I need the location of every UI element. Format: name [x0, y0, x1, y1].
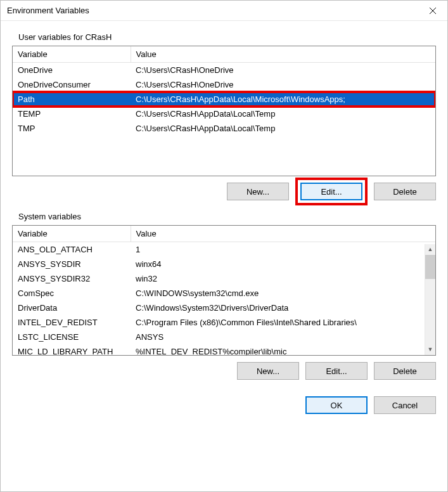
user-variables-panel: User variables for CRasH Variable Value …	[12, 32, 436, 200]
cell-value: C:\WINDOWS\system32\cmd.exe	[131, 286, 435, 301]
window-title: Environment Variables	[7, 6, 418, 15]
column-variable[interactable]: Variable	[13, 226, 131, 242]
scroll-down-arrow-icon[interactable]: ▼	[425, 344, 435, 355]
cell-value: C:\Users\CRasH\OneDrive	[131, 63, 435, 78]
cell-variable: Path	[13, 92, 131, 107]
table-row[interactable]: ANSYS_SYSDIR32 win32	[13, 271, 435, 286]
cell-variable: OneDriveConsumer	[13, 77, 131, 92]
cell-value: C:\Users\CRasH\AppData\Local\Temp	[131, 107, 435, 121]
cell-value: C:\Program Files (x86)\Common Files\Inte…	[131, 315, 435, 330]
delete-button[interactable]: Delete	[374, 183, 436, 200]
table-header-row: Variable Value	[13, 226, 435, 242]
cell-value: win32	[131, 271, 435, 286]
new-button[interactable]: New...	[227, 183, 289, 200]
table-row[interactable]: MIC_LD_LIBRARY_PATH %INTEL_DEV_REDIST%co…	[13, 344, 435, 356]
cell-value: %INTEL_DEV_REDIST%compiler\lib\mic	[131, 344, 435, 356]
table-row[interactable]: DriverData C:\Windows\System32\Drivers\D…	[13, 301, 435, 315]
system-variables-table[interactable]: Variable Value ANS_OLD_ATTACH 1 ANSYS_SY…	[13, 226, 435, 356]
cell-variable: ANSYS_SYSDIR32	[13, 271, 131, 286]
dialog-buttons-row: OK Cancel	[12, 396, 436, 414]
user-buttons-row: New... Edit... Delete	[12, 183, 436, 200]
scroll-thumb[interactable]	[425, 255, 435, 279]
scroll-up-arrow-icon[interactable]: ▲	[425, 244, 435, 255]
user-variables-table[interactable]: Variable Value OneDrive C:\Users\CRasH\O…	[13, 46, 435, 136]
ok-button[interactable]: OK	[305, 396, 368, 414]
cell-variable: OneDrive	[13, 63, 131, 78]
table-row[interactable]: ComSpec C:\WINDOWS\system32\cmd.exe	[13, 286, 435, 301]
cell-value: C:\Users\CRasH\AppData\Local\Microsoft\W…	[131, 92, 435, 107]
table-row[interactable]: LSTC_LICENSE ANSYS	[13, 330, 435, 344]
table-row[interactable]: INTEL_DEV_REDIST C:\Program Files (x86)\…	[13, 315, 435, 330]
cell-variable: ANSYS_SYSDIR	[13, 257, 131, 271]
system-variables-panel: System variables Variable Value ANS_OLD_…	[12, 212, 436, 380]
dialog-content: User variables for CRasH Variable Value …	[1, 21, 447, 423]
edit-button[interactable]: Edit...	[300, 183, 362, 200]
column-value[interactable]: Value	[131, 226, 435, 242]
cell-variable: INTEL_DEV_REDIST	[13, 315, 131, 330]
sys-new-button[interactable]: New...	[237, 362, 299, 380]
edit-button-highlight: Edit...	[295, 178, 368, 205]
column-value[interactable]: Value	[131, 46, 435, 63]
table-row[interactable]: TMP C:\Users\CRasH\AppData\Local\Temp	[13, 121, 435, 136]
cell-variable: TMP	[13, 121, 131, 136]
system-variables-table-wrap: Variable Value ANS_OLD_ATTACH 1 ANSYS_SY…	[12, 225, 436, 356]
cell-value: ANSYS	[131, 330, 435, 344]
cell-value: 1	[131, 242, 435, 257]
cell-variable: DriverData	[13, 301, 131, 315]
cell-value: C:\Users\CRasH\AppData\Local\Temp	[131, 121, 435, 136]
user-variables-table-wrap: Variable Value OneDrive C:\Users\CRasH\O…	[12, 46, 436, 176]
close-icon	[429, 7, 437, 15]
sys-delete-button[interactable]: Delete	[374, 362, 436, 380]
cancel-button[interactable]: Cancel	[374, 396, 436, 414]
table-row[interactable]: TEMP C:\Users\CRasH\AppData\Local\Temp	[13, 107, 435, 121]
system-variables-label: System variables	[12, 212, 436, 221]
table-row[interactable]: OneDrive C:\Users\CRasH\OneDrive	[13, 63, 435, 78]
scrollbar[interactable]: ▲ ▼	[425, 244, 435, 355]
close-button[interactable]	[418, 1, 447, 21]
user-variables-label: User variables for CRasH	[12, 32, 436, 42]
table-header-row: Variable Value	[13, 46, 435, 63]
cell-value: C:\Windows\System32\Drivers\DriverData	[131, 301, 435, 315]
scroll-track[interactable]	[425, 255, 435, 344]
cell-variable: ComSpec	[13, 286, 131, 301]
table-row[interactable]: ANS_OLD_ATTACH 1	[13, 242, 435, 257]
table-row-selected[interactable]: Path C:\Users\CRasH\AppData\Local\Micros…	[13, 92, 435, 107]
cell-variable: TEMP	[13, 107, 131, 121]
system-buttons-row: New... Edit... Delete	[12, 362, 436, 380]
cell-value: winx64	[131, 257, 435, 271]
cell-value: C:\Users\CRasH\OneDrive	[131, 77, 435, 92]
cell-variable: LSTC_LICENSE	[13, 330, 131, 344]
titlebar: Environment Variables	[1, 1, 447, 21]
table-row[interactable]: ANSYS_SYSDIR winx64	[13, 257, 435, 271]
table-row[interactable]: OneDriveConsumer C:\Users\CRasH\OneDrive	[13, 77, 435, 92]
sys-edit-button[interactable]: Edit...	[305, 362, 368, 380]
column-variable[interactable]: Variable	[13, 46, 131, 63]
cell-variable: ANS_OLD_ATTACH	[13, 242, 131, 257]
cell-variable: MIC_LD_LIBRARY_PATH	[13, 344, 131, 356]
